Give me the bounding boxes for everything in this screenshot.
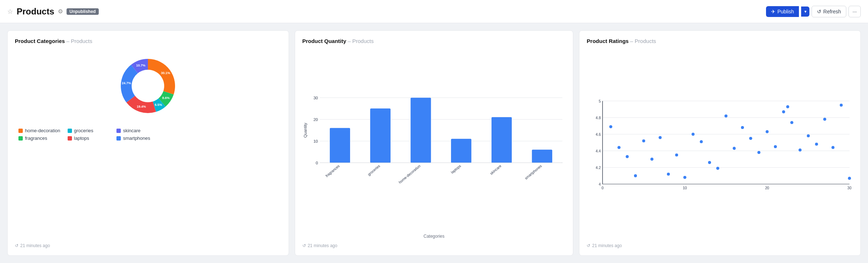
svg-point-136 <box>766 130 769 133</box>
svg-rect-39 <box>370 109 390 163</box>
svg-rect-41 <box>410 98 431 163</box>
svg-point-137 <box>774 145 777 148</box>
legend-item: fragrances <box>18 135 60 141</box>
svg-text:30.1%: 30.1% <box>161 71 170 75</box>
svg-text:30: 30 <box>313 96 318 100</box>
svg-text:10: 10 <box>313 139 318 143</box>
svg-point-123 <box>659 136 662 139</box>
panel1-timestamp: ↺ 21 minutes ago <box>15 243 281 248</box>
dashboard: Product Categories – Products 30.1%8.6%6… <box>0 23 868 263</box>
svg-point-118 <box>618 146 621 149</box>
svg-point-139 <box>786 105 789 108</box>
svg-point-141 <box>799 148 801 151</box>
donut-legend: home-decorationgroceriesskincarefragranc… <box>15 128 158 141</box>
svg-point-122 <box>651 158 654 161</box>
svg-point-135 <box>758 151 761 154</box>
svg-point-126 <box>684 176 686 179</box>
svg-text:4.2: 4.2 <box>596 166 601 170</box>
scatter-chart: 44.24.44.64.85010203044.24.44.64.8501020… <box>587 50 853 239</box>
svg-text:Quantity: Quantity <box>303 123 307 138</box>
svg-text:4.6: 4.6 <box>596 133 601 137</box>
header-actions: ✈ Publish ▾ ↺ Refresh ··· <box>766 6 861 17</box>
scatter-chart-area: 44.24.44.64.85010203044.24.44.64.8501020… <box>587 50 853 239</box>
publish-button[interactable]: ✈ Publish <box>766 6 799 17</box>
svg-point-121 <box>642 139 645 142</box>
legend-item: laptops <box>68 135 110 141</box>
svg-text:19.4%: 19.4% <box>137 105 146 108</box>
svg-point-140 <box>791 121 793 124</box>
svg-text:0: 0 <box>602 186 604 190</box>
publish-dropdown-button[interactable]: ▾ <box>801 7 809 17</box>
panel2-title: Product Quantity – Products <box>302 38 566 44</box>
legend-item: smartphones <box>116 135 158 141</box>
x-axis-label: Categories <box>302 234 566 239</box>
svg-point-147 <box>848 177 851 180</box>
svg-text:4.8: 4.8 <box>596 116 601 120</box>
svg-text:30: 30 <box>847 186 852 190</box>
legend-item: groceries <box>68 128 110 133</box>
svg-text:10: 10 <box>683 186 687 190</box>
svg-text:20: 20 <box>313 117 318 122</box>
star-icon[interactable]: ☆ <box>7 8 13 16</box>
svg-rect-43 <box>451 139 471 163</box>
svg-text:10.7%: 10.7% <box>136 64 146 67</box>
svg-text:5: 5 <box>599 99 601 103</box>
svg-text:4.4: 4.4 <box>596 149 601 153</box>
panel2-timestamp: ↺ 21 minutes ago <box>302 243 566 248</box>
bar-chart: 0102030Quantityfragrancesgrocerieshome-d… <box>302 50 566 232</box>
svg-text:fragrances: fragrances <box>325 164 340 178</box>
svg-text:home-decoration: home-decoration <box>398 164 421 185</box>
svg-text:skincare: skincare <box>489 164 502 176</box>
product-quantity-panel: Product Quantity – Products 0102030Quant… <box>295 30 574 256</box>
panel1-title: Product Categories – Products <box>15 38 281 44</box>
svg-text:0: 0 <box>316 161 318 165</box>
more-options-button[interactable]: ··· <box>848 6 861 17</box>
refresh-button[interactable]: ↺ Refresh <box>812 6 846 17</box>
donut-chart-container: 30.1%8.6%6.5%19.4%24.7%10.7% home-decora… <box>15 50 281 239</box>
refresh-small-icon: ↺ <box>15 243 18 248</box>
svg-text:smartphones: smartphones <box>524 164 542 181</box>
svg-point-146 <box>840 104 843 107</box>
svg-point-119 <box>626 155 629 158</box>
panel3-title: Product Ratings – Products <box>587 38 853 44</box>
header-left: ☆ Products ⚙ Unpublished <box>7 7 99 17</box>
svg-rect-47 <box>532 150 552 163</box>
svg-point-125 <box>675 154 678 156</box>
page-title: Products <box>17 7 54 17</box>
refresh-icon: ↺ <box>817 9 821 14</box>
svg-text:4: 4 <box>599 182 601 186</box>
svg-point-120 <box>634 174 637 177</box>
legend-item: skincare <box>116 128 158 133</box>
svg-text:laptops: laptops <box>450 164 461 174</box>
publish-icon: ✈ <box>771 9 775 14</box>
header: ☆ Products ⚙ Unpublished ✈ Publish ▾ ↺ R… <box>0 0 868 23</box>
svg-point-133 <box>741 126 744 129</box>
product-categories-panel: Product Categories – Products 30.1%8.6%6… <box>7 30 289 256</box>
product-ratings-panel: Product Ratings – Products 44.24.44.64.8… <box>579 30 861 256</box>
svg-point-142 <box>807 134 810 137</box>
svg-point-134 <box>749 137 752 140</box>
svg-point-132 <box>733 147 736 150</box>
svg-text:6.5%: 6.5% <box>155 103 162 107</box>
svg-point-129 <box>708 161 711 164</box>
donut-chart: 30.1%8.6%6.5%19.4%24.7%10.7% <box>112 50 184 122</box>
svg-point-128 <box>700 140 703 143</box>
svg-point-144 <box>824 118 826 121</box>
svg-point-138 <box>782 110 785 113</box>
refresh-label: Refresh <box>823 9 841 14</box>
svg-point-143 <box>815 143 818 146</box>
status-badge: Unpublished <box>67 8 99 15</box>
bar-chart-area: 0102030Quantityfragrancesgrocerieshome-d… <box>302 50 566 239</box>
refresh-small-icon3: ↺ <box>587 243 590 248</box>
svg-point-127 <box>692 133 695 136</box>
legend-item: home-decoration <box>18 128 60 133</box>
svg-point-131 <box>725 115 728 117</box>
svg-text:20: 20 <box>765 186 770 190</box>
svg-point-145 <box>831 146 834 149</box>
publish-label: Publish <box>777 9 794 14</box>
gear-icon[interactable]: ⚙ <box>58 8 63 15</box>
refresh-small-icon2: ↺ <box>302 243 306 248</box>
panel3-timestamp: ↺ 21 minutes ago <box>587 243 853 248</box>
svg-point-130 <box>716 167 719 170</box>
svg-rect-45 <box>492 117 512 163</box>
